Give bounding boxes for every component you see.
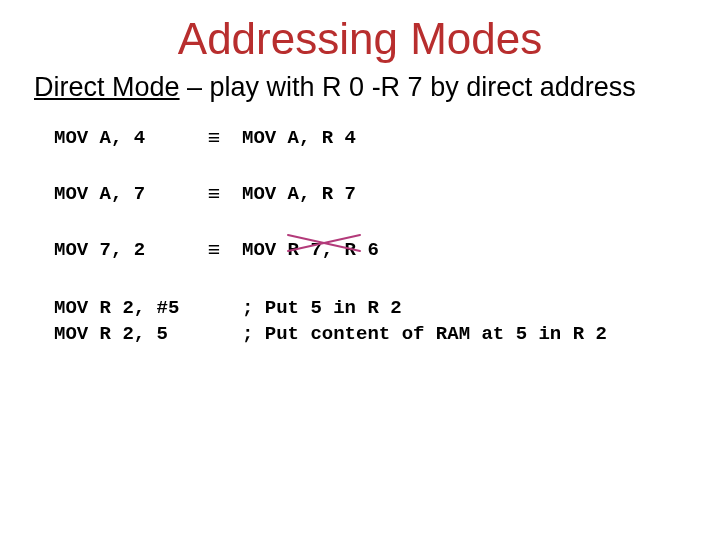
code-rhs: MOV A, R 4 xyxy=(242,127,356,149)
code-rhs-wrap: MOV A, R 7 xyxy=(242,183,356,205)
code-lhs: MOV A, 7 xyxy=(54,183,186,205)
slide-subhead: Direct Mode – play with R 0 -R 7 by dire… xyxy=(34,72,686,103)
example-block: MOV R 2, #5 ; Put 5 in R 2 MOV R 2, 5 ; … xyxy=(54,297,686,345)
code-comment: ; Put 5 in R 2 xyxy=(242,297,402,319)
equivalence-row: MOV A, 7 ≡ MOV A, R 7 xyxy=(54,181,686,207)
equivalence-row: MOV 7, 2 ≡ MOV R 7, R 6 xyxy=(54,237,686,263)
slide: Addressing Modes Direct Mode – play with… xyxy=(0,0,720,540)
equiv-symbol: ≡ xyxy=(186,125,242,151)
code-rhs: MOV A, R 7 xyxy=(242,183,356,205)
code-rhs: MOV R 7, R 6 xyxy=(242,239,379,261)
code-line: MOV R 2, #5 ; Put 5 in R 2 xyxy=(54,297,686,319)
code-instr: MOV R 2, 5 xyxy=(54,323,242,345)
equivalence-rows: MOV A, 4 ≡ MOV A, R 4 MOV A, 7 ≡ MOV A, … xyxy=(54,125,686,263)
code-instr: MOV R 2, #5 xyxy=(54,297,242,319)
code-lhs: MOV 7, 2 xyxy=(54,239,186,261)
subhead-rest: – play with R 0 -R 7 by direct address xyxy=(180,72,636,102)
equiv-symbol: ≡ xyxy=(186,181,242,207)
code-comment: ; Put content of RAM at 5 in R 2 xyxy=(242,323,607,345)
code-line: MOV R 2, 5 ; Put content of RAM at 5 in … xyxy=(54,323,686,345)
equivalence-row: MOV A, 4 ≡ MOV A, R 4 xyxy=(54,125,686,151)
slide-title: Addressing Modes xyxy=(34,14,686,64)
equiv-symbol: ≡ xyxy=(186,237,242,263)
code-rhs-wrap: MOV A, R 4 xyxy=(242,127,356,149)
code-lhs: MOV A, 4 xyxy=(54,127,186,149)
subhead-underlined: Direct Mode xyxy=(34,72,180,102)
code-rhs-wrap: MOV R 7, R 6 xyxy=(242,239,379,261)
